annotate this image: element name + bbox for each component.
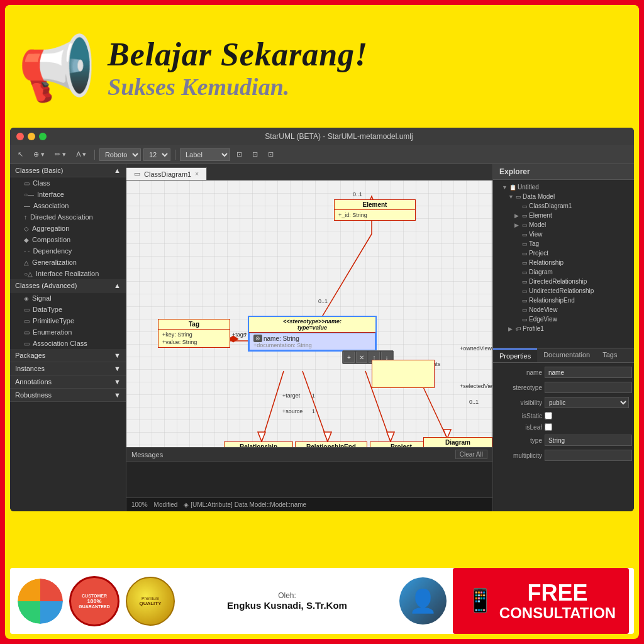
tree-directed-relationship[interactable]: ▭ DirectedRelationship: [493, 277, 634, 286]
class-middle[interactable]: [372, 360, 435, 388]
tab-tags[interactable]: Tags: [596, 348, 623, 362]
separator-1: [94, 150, 95, 160]
main-area: Classes (Basic) ▲ ▭ Class ○— Interface —…: [10, 164, 634, 511]
section-packages[interactable]: Packages ▼: [10, 349, 126, 362]
tool-composition[interactable]: ◆ Composition: [10, 234, 126, 245]
tree-nodeview[interactable]: ▭ NodeView: [493, 305, 634, 314]
edit-delete-btn[interactable]: ✕: [356, 352, 367, 363]
tree-tag[interactable]: ▭ Tag: [493, 239, 634, 248]
prop-isstatic: isStatic: [498, 412, 629, 419]
section-instances[interactable]: Instances ▼: [10, 362, 126, 375]
class-diagram[interactable]: Diagram +visible: Boolean: [423, 437, 492, 447]
class-relationship-end-title: RelationshipEnd: [296, 442, 367, 447]
prop-isstatic-checkbox[interactable]: [545, 412, 552, 419]
tree-profile1[interactable]: ▶ 🏷 Profile1: [493, 324, 634, 333]
messages-pane: Messages Clear All: [126, 447, 492, 497]
tree-relationship-end[interactable]: ▭ RelationshipEnd: [493, 296, 634, 305]
tree-root-untitled[interactable]: ▼ 📋 Untitled: [493, 182, 634, 192]
font-select[interactable]: Roboto: [99, 148, 141, 161]
tab-documentation[interactable]: Documentation: [537, 348, 596, 362]
edit-add-btn[interactable]: +: [343, 352, 355, 363]
prop-name: name: [498, 367, 629, 378]
class-tag[interactable]: Tag +key: String +value: String: [158, 319, 230, 348]
tree-classdiagram1[interactable]: ▭ ClassDiagram1: [493, 201, 634, 211]
prop-stereotype: stereotype 🔍: [498, 382, 629, 393]
prop-visibility-select[interactable]: public private protected: [545, 397, 629, 408]
tool-enumeration[interactable]: ▭ Enumeration: [10, 326, 126, 338]
maximize-button[interactable]: [39, 133, 47, 140]
tool-dependency[interactable]: - - Dependency: [10, 245, 126, 257]
pan-tool[interactable]: ⊕ ▾: [30, 149, 48, 160]
explorer-header: Explorer: [493, 164, 634, 180]
section-annotations[interactable]: Annotations ▼: [10, 375, 126, 389]
properties-body: name stereotype 🔍 visibility public: [493, 363, 634, 508]
align-left[interactable]: ⊡: [233, 149, 246, 160]
tab-icon: ▭: [134, 170, 140, 178]
tab-close-button[interactable]: ×: [195, 170, 199, 177]
tool-interface-realization[interactable]: ○△ Interface Realization: [10, 268, 126, 279]
class-relationship[interactable]: Relationship: [224, 441, 293, 447]
tree-relationship[interactable]: ▭ Relationship: [493, 258, 634, 267]
tree-undirected-relationship[interactable]: ▭ UndirectedRelationship: [493, 286, 634, 296]
content-area: ▭ ClassDiagram1 × +_parent: [126, 164, 492, 511]
align-right[interactable]: ⊡: [264, 149, 277, 160]
class-diagram-title: Diagram: [424, 438, 492, 447]
select-tool[interactable]: ↖: [14, 149, 27, 160]
tree-project[interactable]: ▭ Project: [493, 248, 634, 258]
clear-all-button[interactable]: Clear All: [455, 450, 487, 459]
section-classes-basic[interactable]: Classes (Basic) ▲: [10, 164, 126, 177]
phone-icon: 📱: [466, 587, 494, 614]
prop-isleaf: isLeaf: [498, 423, 629, 431]
tool-association[interactable]: — Association: [10, 200, 126, 211]
tool-signal[interactable]: ◈ Signal: [10, 292, 126, 304]
label-select[interactable]: Label: [180, 148, 230, 161]
svg-text:+target: +target: [282, 392, 301, 399]
tree-diagram[interactable]: ▭ Diagram: [493, 267, 634, 277]
tree-edgeview[interactable]: ▭ EdgeView: [493, 314, 634, 324]
prop-multiplicity-input[interactable]: [545, 450, 632, 461]
tool-datatype[interactable]: ▭ DataType: [10, 304, 126, 315]
editing-input[interactable]: name: String: [264, 335, 371, 342]
messages-header: Messages Clear All: [126, 448, 492, 462]
class-element[interactable]: Element +_id: String: [334, 199, 416, 221]
diagram-canvas[interactable]: +_parent 0..1 +tags * 0..1 +ownedElement…: [126, 180, 492, 447]
tool-directed-association[interactable]: ↑ Directed Association: [10, 211, 126, 223]
prop-name-input[interactable]: [545, 367, 632, 378]
prop-isleaf-checkbox[interactable]: [545, 423, 552, 431]
section-robustness[interactable]: Robustness ▼: [10, 389, 126, 402]
svg-line-18: [262, 371, 284, 441]
align-center[interactable]: ⊡: [248, 149, 262, 160]
prop-type-input[interactable]: [545, 435, 632, 446]
tree-model[interactable]: ▶ ▭ Model: [493, 220, 634, 230]
tool-aggregation[interactable]: ◇ Aggregation: [10, 223, 126, 234]
tree-element[interactable]: ▶ ▭ Element: [493, 211, 634, 220]
svg-text:+tags: +tags: [232, 331, 247, 338]
tool-interface[interactable]: ○— Interface: [10, 189, 126, 200]
class-relationship-end[interactable]: RelationshipEnd: [295, 441, 367, 447]
section-classes-advanced[interactable]: Classes (Advanced) ▲: [10, 279, 126, 292]
footer-author: Oleh: Engkus Kusnadi, S.Tr.Kom: [181, 591, 393, 611]
tab-bar: ▭ ClassDiagram1 ×: [126, 164, 492, 180]
text-tool[interactable]: A ▾: [72, 149, 90, 160]
tool-association-class[interactable]: ▭ Association Class: [10, 338, 126, 349]
tool-generalization[interactable]: △ Generalization: [10, 257, 126, 268]
premium-badge: Premium QUALITY: [126, 577, 175, 626]
prop-stereotype-input[interactable]: [545, 382, 632, 393]
close-button[interactable]: [16, 133, 24, 140]
minimize-button[interactable]: [28, 133, 35, 140]
tool-class[interactable]: ▭ Class: [10, 177, 126, 189]
footer-author-by: Oleh:: [181, 591, 393, 600]
tree-data-model[interactable]: ▼ ▭ Data Model: [493, 192, 634, 201]
draw-tool[interactable]: ✏ ▾: [51, 149, 70, 160]
tab-properties[interactable]: Properties: [493, 348, 537, 362]
tree-view[interactable]: ▭ View: [493, 230, 634, 239]
element-path: ◈ [UML:Attribute] Data Model::Model::nam…: [184, 501, 306, 508]
megaphone-icon: 📢: [18, 31, 96, 106]
tab-classdiagram1[interactable]: ▭ ClassDiagram1 ×: [126, 167, 207, 180]
size-select[interactable]: 12: [143, 148, 170, 161]
class-editing[interactable]: <<stereotype>>name:type=value ⊗ name: St…: [248, 316, 377, 352]
editing-extra: +documentation: String: [253, 342, 371, 348]
prop-visibility: visibility public private protected: [498, 397, 629, 408]
tool-primitivetype[interactable]: ▭ PrimitiveType: [10, 315, 126, 326]
svg-text:+selectedView: +selectedView: [460, 383, 492, 389]
